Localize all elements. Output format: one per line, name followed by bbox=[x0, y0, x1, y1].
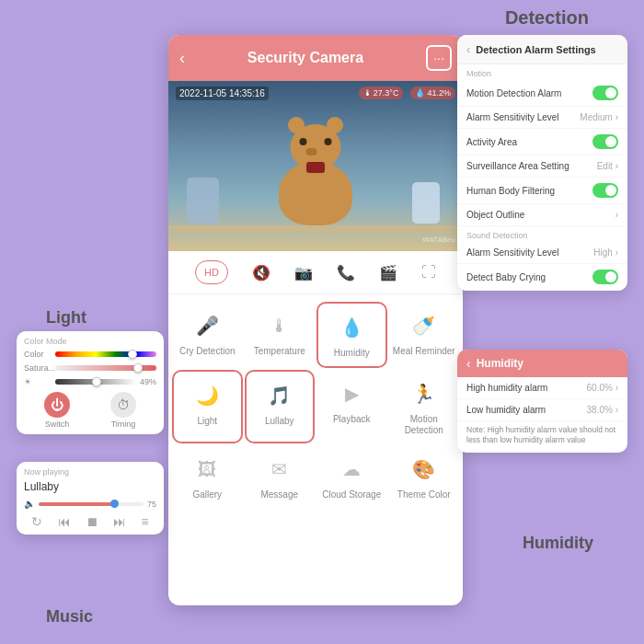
cry-label: Cry Detection bbox=[179, 346, 236, 357]
light-section-title: Light bbox=[46, 308, 86, 328]
mute-icon[interactable]: 🔇 bbox=[252, 264, 270, 282]
humidity-section-title: Humidity bbox=[523, 534, 593, 553]
detection-panel-title: Detection Alarm Settings bbox=[476, 44, 595, 55]
feature-cry[interactable]: 🎤 Cry Detection bbox=[172, 302, 243, 368]
detection-back-icon[interactable]: ‹ bbox=[466, 42, 470, 56]
temp-badge: 🌡 27.3°C bbox=[359, 86, 404, 99]
sound-sensitivity-label: Alarm Sensitivity Level bbox=[466, 247, 559, 258]
light-panel: Color Mode Color Satura... ☀ 49% ⏻ Switc… bbox=[17, 331, 164, 434]
sat-slider-label: Satura... bbox=[24, 363, 52, 373]
body-filter-toggle[interactable] bbox=[592, 183, 618, 198]
detection-section-title: Detection bbox=[505, 7, 589, 29]
message-label: Message bbox=[260, 489, 298, 500]
feature-lullaby[interactable]: 🎵 Lullaby bbox=[245, 370, 316, 443]
feature-humidity[interactable]: 💧 Humidity bbox=[316, 302, 387, 368]
switch-button[interactable]: ⏻ Switch bbox=[44, 392, 70, 429]
outline-value: › bbox=[615, 210, 618, 220]
temperature-icon: 🌡 bbox=[263, 309, 296, 342]
low-humidity-row[interactable]: Low humidity alarm 38.0% › bbox=[457, 399, 627, 421]
feature-message[interactable]: ✉ Message bbox=[245, 445, 316, 508]
volume-icon: 🔈 bbox=[24, 499, 35, 509]
surveillance-label: Surveillance Area Setting bbox=[466, 161, 569, 171]
volume-row: 🔈 75 bbox=[24, 499, 156, 509]
humidity-back-icon[interactable]: ‹ bbox=[466, 356, 471, 371]
brightness-slider[interactable] bbox=[55, 379, 136, 385]
brightness-value: 49% bbox=[140, 377, 156, 386]
lullaby-label: Lullaby bbox=[265, 416, 294, 427]
feature-light[interactable]: 🌙 Light bbox=[172, 370, 243, 443]
switch-icon: ⏻ bbox=[44, 392, 70, 418]
humidity-icon: 💧 bbox=[335, 311, 368, 344]
color-slider[interactable] bbox=[55, 351, 156, 357]
feature-motion[interactable]: 🏃 Motion Detection bbox=[389, 370, 460, 443]
camera-view: 2022-11-05 14:35:16 🌡 27.3°C 💧 41.2% WAT… bbox=[168, 81, 463, 251]
high-humidity-label: High humidity alarm bbox=[466, 383, 547, 393]
motion-alarm-row: Motion Detection Alarm bbox=[457, 80, 627, 107]
surveillance-row[interactable]: Surveillance Area Setting Edit › bbox=[457, 155, 627, 178]
feature-playback[interactable]: ▶ Playback bbox=[316, 370, 387, 443]
meal-label: Meal Reminder bbox=[393, 346, 455, 357]
sensitivity-value: Medium › bbox=[580, 112, 618, 122]
body-filter-label: Human Body Filtering bbox=[466, 186, 555, 196]
sensitivity-row[interactable]: Alarm Sensitivity Level Medium › bbox=[457, 107, 627, 129]
motion-alarm-toggle[interactable] bbox=[592, 86, 618, 100]
outline-label: Object Outline bbox=[466, 210, 524, 220]
music-section-title: Music bbox=[46, 607, 93, 627]
volume-slider[interactable] bbox=[39, 502, 144, 506]
color-slider-row: Color bbox=[24, 350, 156, 359]
feature-cloud[interactable]: ☁ Cloud Storage bbox=[316, 445, 387, 508]
hd-button[interactable]: HD bbox=[195, 260, 228, 284]
baby-crying-label: Detect Baby Crying bbox=[466, 272, 546, 282]
music-controls: ↻ ⏮ ⏹ ⏭ ≡ bbox=[24, 514, 156, 529]
low-humidity-value: 38.0% › bbox=[587, 405, 618, 415]
color-mode-label: Color Mode bbox=[24, 337, 156, 346]
meal-icon: 🍼 bbox=[408, 309, 441, 342]
call-icon[interactable]: 📞 bbox=[337, 264, 355, 282]
next-button[interactable]: ⏭ bbox=[113, 514, 126, 529]
more-button[interactable]: ··· bbox=[426, 45, 452, 71]
saturation-slider[interactable] bbox=[55, 365, 156, 371]
activity-label: Activity Area bbox=[466, 137, 517, 147]
controls-bar: HD 🔇 📷 📞 🎬 ⛶ bbox=[168, 251, 463, 294]
record-icon[interactable]: 🎬 bbox=[379, 264, 397, 282]
prev-button[interactable]: ⏮ bbox=[58, 514, 71, 529]
cry-icon: 🎤 bbox=[190, 309, 224, 342]
detection-panel: ‹ Detection Alarm Settings Motion Motion… bbox=[457, 35, 627, 291]
humidity-note: Note: High humidity alarm value should n… bbox=[457, 421, 627, 453]
feature-meal[interactable]: 🍼 Meal Reminder bbox=[389, 302, 460, 368]
feature-theme[interactable]: 🎨 Theme Color bbox=[389, 445, 460, 508]
light-buttons: ⏻ Switch ⏱ Timing bbox=[24, 392, 156, 429]
timestamp: 2022-11-05 14:35:16 bbox=[176, 86, 269, 100]
sound-sensitivity-row[interactable]: Alarm Sensitivity Level High › bbox=[457, 242, 627, 264]
sound-sensitivity-value: High › bbox=[593, 247, 618, 258]
sound-section-label: Sound Detection bbox=[457, 226, 627, 242]
repeat-button[interactable]: ↻ bbox=[31, 514, 42, 529]
timing-button[interactable]: ⏱ Timing bbox=[110, 392, 136, 429]
theme-label: Theme Color bbox=[397, 489, 451, 500]
phone-app: ‹ Security Camera ··· 2022-11-05 14:35:1… bbox=[168, 35, 463, 605]
back-button[interactable]: ‹ bbox=[179, 49, 185, 68]
track-name: Lullaby bbox=[24, 480, 156, 493]
detection-panel-header: ‹ Detection Alarm Settings bbox=[457, 35, 627, 64]
temperature-label: Temperature bbox=[254, 346, 305, 357]
snapshot-icon[interactable]: 📷 bbox=[294, 264, 313, 282]
surveillance-value: Edit › bbox=[597, 161, 618, 171]
baby-crying-toggle[interactable] bbox=[592, 270, 618, 284]
feature-temperature[interactable]: 🌡 Temperature bbox=[245, 302, 316, 368]
app-title: Security Camera bbox=[247, 50, 363, 66]
activity-toggle[interactable] bbox=[592, 134, 618, 149]
brightness-icon: ☀ bbox=[24, 377, 52, 386]
message-icon: ✉ bbox=[263, 453, 296, 486]
feature-gallery[interactable]: 🖼 Gallery bbox=[172, 445, 243, 508]
high-humidity-row[interactable]: High humidity alarm 60.0% › bbox=[457, 377, 627, 399]
light-icon: 🌙 bbox=[190, 379, 224, 412]
fullscreen-icon[interactable]: ⛶ bbox=[421, 264, 436, 281]
humidity-panel-title: Humidity bbox=[477, 357, 523, 370]
outline-row[interactable]: Object Outline › bbox=[457, 204, 627, 226]
motion-label: Motion Detection bbox=[393, 414, 456, 436]
activity-row: Activity Area bbox=[457, 129, 627, 155]
playlist-button[interactable]: ≡ bbox=[142, 514, 149, 529]
brightness-slider-row: ☀ 49% bbox=[24, 377, 156, 386]
stop-button[interactable]: ⏹ bbox=[86, 514, 98, 529]
timing-icon: ⏱ bbox=[110, 392, 136, 418]
